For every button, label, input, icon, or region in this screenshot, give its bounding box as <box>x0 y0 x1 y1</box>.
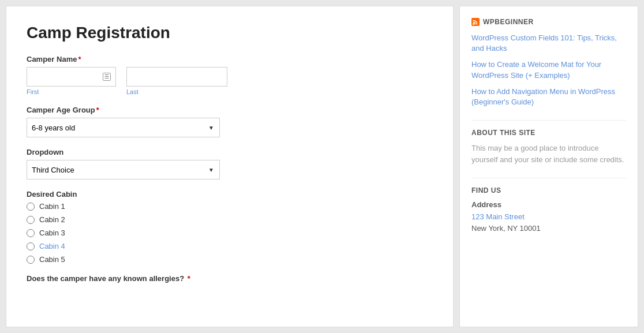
last-sub-label: Last <box>126 88 227 95</box>
age-group-select-wrapper: 6-8 years old 9-11 years old 12-14 years… <box>27 118 220 137</box>
cabin-1-radio[interactable] <box>27 203 35 211</box>
dropdown-select[interactable]: First Choice Second Choice Third Choice … <box>27 160 220 179</box>
form-title: Camp Registration <box>27 24 433 42</box>
cabin-5-label: Cabin 5 <box>39 255 65 264</box>
last-name-wrapper: Last <box>126 67 227 95</box>
age-group-group: Camper Age Group* 6-8 years old 9-11 yea… <box>27 106 433 137</box>
address-label: Address <box>471 200 626 209</box>
dropdown-group: Dropdown First Choice Second Choice Thir… <box>27 148 433 179</box>
sidebar: WPBEGINNER WordPress Custom Fields 101: … <box>459 6 638 327</box>
cabin-5-radio[interactable] <box>27 256 35 264</box>
cabin-1-item: Cabin 1 <box>27 202 433 211</box>
first-name-input[interactable]: ☰ <box>27 67 116 87</box>
divider-2 <box>471 178 626 178</box>
camper-name-label: Camper Name* <box>27 55 433 63</box>
cabin-3-item: Cabin 3 <box>27 229 433 237</box>
cabin-2-item: Cabin 2 <box>27 215 433 224</box>
cabin-group: Desired Cabin Cabin 1 Cabin 2 Cabin 3 Ca… <box>27 190 433 264</box>
svg-point-0 <box>473 23 474 25</box>
about-text: This may be a good place to introduce yo… <box>471 143 626 165</box>
age-required-star: * <box>96 106 99 114</box>
find-us-heading: FIND US <box>471 186 626 194</box>
cabin-4-label: Cabin 4 <box>39 242 65 250</box>
dropdown-label: Dropdown <box>27 148 433 156</box>
cabin-5-item: Cabin 5 <box>27 255 433 264</box>
cabin-4-item: Cabin 4 <box>27 242 433 250</box>
allergies-required-star: * <box>185 274 190 283</box>
cabin-radio-group: Cabin 1 Cabin 2 Cabin 3 Cabin 4 Cabin 5 <box>27 202 433 264</box>
first-sub-label: First <box>27 88 116 95</box>
cabin-2-label: Cabin 2 <box>39 215 65 224</box>
divider-1 <box>471 120 626 121</box>
camper-name-group: Camper Name* ☰ First Last <box>27 55 433 95</box>
rss-icon <box>471 18 480 26</box>
cabin-2-radio[interactable] <box>27 216 35 224</box>
about-section: ABOUT THIS SITE This may be a good place… <box>471 129 626 165</box>
name-fields: ☰ First Last <box>27 67 433 95</box>
dropdown-select-wrapper: First Choice Second Choice Third Choice … <box>27 160 220 179</box>
age-group-select[interactable]: 6-8 years old 9-11 years old 12-14 years… <box>27 118 220 137</box>
required-star: * <box>78 55 81 63</box>
last-name-input[interactable] <box>126 67 227 87</box>
about-heading: ABOUT THIS SITE <box>471 129 626 137</box>
sidebar-link-3[interactable]: How to Add Navigation Menu in WordPress … <box>471 87 626 107</box>
cabin-label: Desired Cabin <box>27 190 433 199</box>
autocomplete-icon: ☰ <box>103 73 111 81</box>
address-line-2: New York, NY 10001 <box>471 223 626 234</box>
sidebar-link-2[interactable]: How to Create a Welcome Mat for Your Wor… <box>471 59 626 80</box>
sidebar-link-1[interactable]: WordPress Custom Fields 101: Tips, Trick… <box>471 33 626 54</box>
cabin-3-radio[interactable] <box>27 229 35 237</box>
page-wrapper: Camp Registration Camper Name* ☰ First L… <box>0 0 644 333</box>
first-name-wrapper: ☰ First <box>27 67 116 95</box>
cabin-4-radio[interactable] <box>27 242 35 250</box>
age-group-label: Camper Age Group* <box>27 106 433 114</box>
rss-header: WPBEGINNER <box>471 18 626 26</box>
cabin-3-label: Cabin 3 <box>39 229 65 237</box>
cabin-1-label: Cabin 1 <box>39 202 65 211</box>
rss-svg <box>473 19 478 25</box>
rss-section: WPBEGINNER WordPress Custom Fields 101: … <box>471 18 626 107</box>
main-content: Camp Registration Camper Name* ☰ First L… <box>6 6 454 327</box>
allergies-label: Does the camper have any known allergies… <box>27 274 433 283</box>
allergies-group: Does the camper have any known allergies… <box>27 274 433 283</box>
find-us-section: FIND US Address 123 Main Street New York… <box>471 186 626 234</box>
rss-title: WPBEGINNER <box>483 18 534 26</box>
address-line-1: 123 Main Street <box>471 211 626 223</box>
